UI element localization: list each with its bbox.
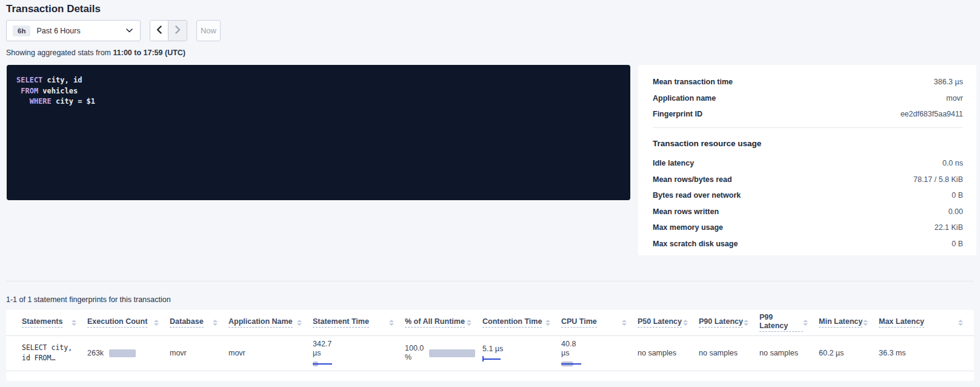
- summary-row: Mean transaction time 386.3 µs: [653, 78, 963, 86]
- pct-runtime-bar: [429, 349, 475, 357]
- cell-p90-latency: no samples: [699, 335, 759, 371]
- resource-row: Max scratch disk usage 0 B: [653, 240, 963, 248]
- time-range-badge: 6h: [13, 25, 30, 36]
- time-step-buttons: [150, 20, 187, 41]
- sql-statement-box: SELECT city, id FROM vehicles WHERE city…: [7, 65, 630, 200]
- resource-row: Max memory usage 22.1 KiB: [653, 223, 963, 232]
- page-title: Transaction Details: [6, 3, 101, 15]
- cell-statement[interactable]: SELECT city, id FROM…: [6, 335, 87, 371]
- col-header-min-latency[interactable]: Min Latency: [819, 310, 879, 335]
- cell-min-latency: 60.2 µs: [819, 335, 879, 371]
- col-header-statements[interactable]: Statements: [6, 310, 87, 335]
- previous-time-button[interactable]: [150, 21, 168, 41]
- cell-max-latency: 36.3 ms: [879, 335, 974, 371]
- col-header-max-latency[interactable]: Max Latency: [879, 310, 974, 335]
- statements-table-card: Statements Execution Count Database Appl…: [6, 310, 974, 381]
- resource-row: Mean rows/bytes read 78.17 / 5.8 KiB: [653, 175, 963, 184]
- sort-arrows-icon[interactable]: [622, 320, 627, 326]
- col-header-statement-time[interactable]: Statement Time: [313, 310, 405, 335]
- cell-execution-count: 263k: [87, 335, 170, 371]
- time-range-label: Past 6 Hours: [36, 27, 80, 35]
- cell-p99-latency: no samples: [759, 335, 819, 371]
- chevron-right-icon: [175, 25, 181, 36]
- transaction-summary-panel: Mean transaction time 386.3 µs Applicati…: [638, 65, 976, 255]
- sort-arrows-icon[interactable]: [389, 320, 394, 326]
- resource-row: Mean rows written 0.00: [653, 207, 963, 216]
- col-header-execution-count[interactable]: Execution Count: [87, 310, 170, 335]
- col-header-p50-latency[interactable]: P50 Latency: [638, 310, 699, 335]
- sort-arrows-icon[interactable]: [213, 320, 218, 326]
- resource-usage-title: Transaction resource usage: [653, 139, 963, 148]
- cell-application-name: movr: [228, 335, 313, 371]
- resource-row: Bytes read over network 0 B: [653, 191, 963, 200]
- summary-row: Application name movr: [653, 94, 963, 103]
- sort-arrows-icon[interactable]: [297, 320, 302, 326]
- cell-contention-time: 5.1 µs: [482, 335, 561, 371]
- statement-time-bar: [313, 362, 332, 366]
- cell-database: movr: [170, 335, 228, 371]
- cell-cpu-time: 40.8 µs: [561, 335, 638, 371]
- cell-statement-time: 342.7 µs: [313, 335, 405, 371]
- summary-row: Fingerprint ID ee2df683f5aa9411: [653, 110, 963, 118]
- col-header-cpu-time[interactable]: CPU Time: [561, 310, 638, 335]
- sort-arrows-icon[interactable]: [803, 320, 808, 326]
- now-button[interactable]: Now: [196, 20, 221, 41]
- col-header-p99-latency[interactable]: P99 Latency: [759, 310, 819, 335]
- sort-arrows-icon[interactable]: [154, 320, 159, 326]
- col-header-contention-time[interactable]: Contention Time: [482, 310, 561, 335]
- sort-arrows-icon[interactable]: [744, 320, 748, 326]
- col-header-application-name[interactable]: Application Name: [228, 310, 313, 335]
- sort-arrows-icon[interactable]: [958, 320, 963, 326]
- section-divider: [6, 281, 974, 281]
- statements-table: Statements Execution Count Database Appl…: [6, 310, 974, 371]
- stats-time-range: 11:00 to 17:59 (UTC): [113, 49, 185, 57]
- aggregated-stats-note: Showing aggregated stats from 11:00 to 1…: [6, 49, 185, 57]
- time-range-picker[interactable]: 6h Past 6 Hours: [6, 20, 141, 41]
- col-header-pct-runtime[interactable]: % of All Runtime: [405, 310, 482, 335]
- chevron-down-icon: [126, 29, 133, 33]
- sort-arrows-icon[interactable]: [72, 320, 76, 326]
- sort-arrows-icon[interactable]: [545, 320, 550, 326]
- execution-count-bar: [109, 349, 136, 357]
- col-header-p90-latency[interactable]: P90 Latency: [699, 310, 759, 335]
- chevron-left-icon: [156, 25, 162, 36]
- statements-count-caption: 1-1 of 1 statement fingerprints for this…: [6, 295, 171, 304]
- summary-divider: [653, 127, 963, 128]
- cell-pct-runtime: 100.0 %: [405, 335, 482, 371]
- contention-time-bar: [482, 356, 501, 362]
- next-time-button[interactable]: [168, 21, 187, 41]
- cpu-time-bar: [561, 362, 581, 366]
- sort-arrows-icon[interactable]: [683, 320, 688, 326]
- col-header-database[interactable]: Database: [170, 310, 228, 335]
- table-header-row: Statements Execution Count Database Appl…: [6, 310, 974, 335]
- sort-arrows-icon[interactable]: [467, 320, 472, 326]
- cell-p50-latency: no samples: [638, 335, 699, 371]
- time-controls: 6h Past 6 Hours Now: [6, 20, 221, 41]
- sort-arrows-icon[interactable]: [863, 320, 868, 326]
- resource-row: Idle latency 0.0 ns: [653, 159, 963, 167]
- statement-row: SELECT city, id FROM… 263k movr movr 342…: [6, 335, 974, 371]
